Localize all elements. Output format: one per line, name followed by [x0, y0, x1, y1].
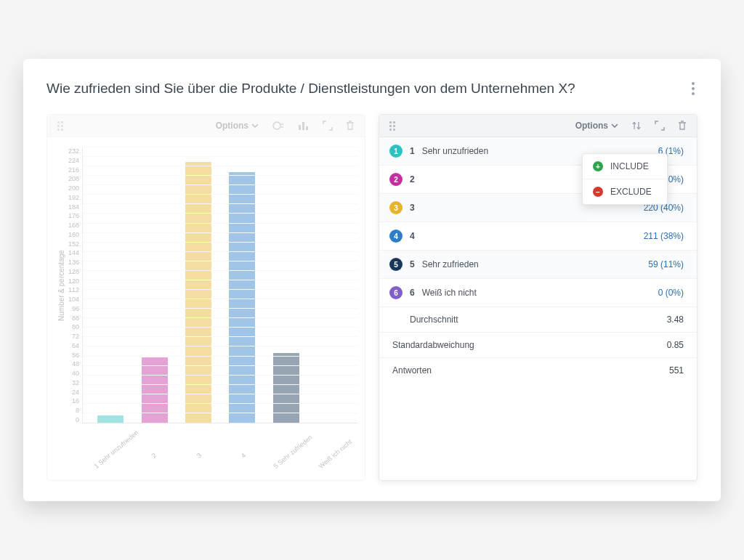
option-number: 6 [410, 288, 415, 298]
x-tick-label: 2 [137, 441, 195, 500]
option-value: 0 (0%) [658, 288, 684, 298]
table-row[interactable]: 44211 (38%) [379, 222, 697, 251]
drag-handle-icon[interactable] [57, 121, 63, 131]
expand-icon[interactable] [655, 121, 665, 131]
chart: Number & percentage 08162432404856647280… [47, 137, 365, 480]
stat-row: Standardabweichung0.85 [379, 333, 697, 358]
x-axis: 1 Sehr unzufrieden2345 Sehr zufriedenWei… [54, 423, 357, 474]
stat-value: 0.85 [667, 340, 684, 350]
option-number: 5 [410, 259, 415, 269]
option-label: Weiß ich nicht [422, 288, 477, 298]
plus-icon: + [593, 161, 603, 171]
option-number: 3 [410, 203, 415, 213]
plot-area [82, 147, 357, 423]
sort-icon[interactable] [631, 121, 642, 131]
y-axis: 0816243240485664728088961041121201281361… [68, 147, 82, 423]
trash-icon[interactable] [346, 121, 355, 131]
table-row[interactable]: 66Weiß ich nicht0 (0%) [379, 279, 697, 307]
drag-handle-icon[interactable] [389, 121, 395, 131]
include-label: INCLUDE [610, 161, 649, 171]
x-tick-label: 5 Sehr zufrieden [272, 441, 330, 500]
option-number: 1 [410, 146, 415, 156]
y-axis-label: Number & percentage [54, 147, 68, 423]
minus-icon: − [593, 187, 603, 197]
x-tick-label: 4 [227, 441, 285, 500]
option-badge: 5 [389, 258, 403, 271]
option-badge: 1 [389, 145, 403, 158]
svg-rect-2 [302, 122, 304, 130]
kebab-menu-icon[interactable] [689, 79, 698, 98]
options-button[interactable]: Options [575, 121, 618, 131]
stat-row: Durchschnitt3.48 [379, 307, 697, 333]
include-option[interactable]: + INCLUDE [583, 154, 667, 179]
options-label: Options [216, 121, 248, 131]
option-label: Sehr zufrieden [422, 259, 479, 269]
question-card: Wie zufrieden sind Sie über die Produkte… [23, 59, 721, 501]
panels: Options Number & percentage [46, 114, 698, 481]
stat-label: Antworten [389, 365, 432, 376]
option-badge: 6 [389, 286, 403, 299]
header: Wie zufrieden sind Sie über die Produkte… [46, 79, 698, 98]
question-title: Wie zufrieden sind Sie über die Produkte… [46, 81, 575, 97]
option-value: 59 (11%) [648, 259, 684, 269]
bar[interactable] [97, 415, 124, 423]
option-badge: 4 [389, 230, 403, 243]
stat-label: Durchschnitt [389, 315, 458, 325]
chevron-down-icon [611, 122, 618, 129]
results-panel: Options + INCLUDE [379, 114, 698, 481]
trash-icon[interactable] [678, 121, 687, 131]
chart-panel: Options Number & percentage [46, 114, 365, 481]
exclude-label: EXCLUDE [610, 187, 652, 197]
options-button[interactable]: Options [216, 121, 259, 131]
x-tick-label: Weiß ich nicht [318, 441, 375, 500]
svg-point-0 [273, 122, 280, 129]
option-value: 211 (38%) [644, 231, 684, 241]
option-label: Sehr unzufrieden [422, 146, 488, 156]
option-badge: 3 [389, 201, 403, 214]
chart-toolbar: Options [47, 115, 365, 137]
chart-config-icon[interactable] [272, 121, 285, 131]
exclude-option[interactable]: − EXCLUDE [583, 179, 667, 204]
filter-popup: + INCLUDE − EXCLUDE [582, 153, 668, 205]
chart-type-icon[interactable] [298, 121, 310, 131]
results-table: + INCLUDE − EXCLUDE 11Sehr unzufrieden6 … [379, 137, 697, 383]
stat-value: 551 [669, 365, 684, 376]
stat-row: Antworten551 [379, 358, 697, 383]
svg-rect-1 [299, 125, 301, 130]
table-row[interactable]: 55Sehr zufrieden59 (11%) [379, 251, 697, 279]
x-tick-label: 1 Sehr unzufrieden [93, 441, 150, 500]
expand-icon[interactable] [323, 121, 333, 131]
svg-rect-3 [306, 126, 308, 130]
results-toolbar: Options [379, 115, 697, 137]
chevron-down-icon [251, 122, 259, 129]
options-label: Options [575, 121, 608, 131]
bar[interactable] [229, 172, 255, 423]
bars [83, 147, 357, 423]
option-number: 4 [410, 231, 415, 241]
stat-value: 3.48 [667, 315, 684, 325]
option-badge: 2 [389, 173, 403, 186]
option-number: 2 [410, 174, 415, 184]
stat-label: Standardabweichung [389, 340, 474, 350]
